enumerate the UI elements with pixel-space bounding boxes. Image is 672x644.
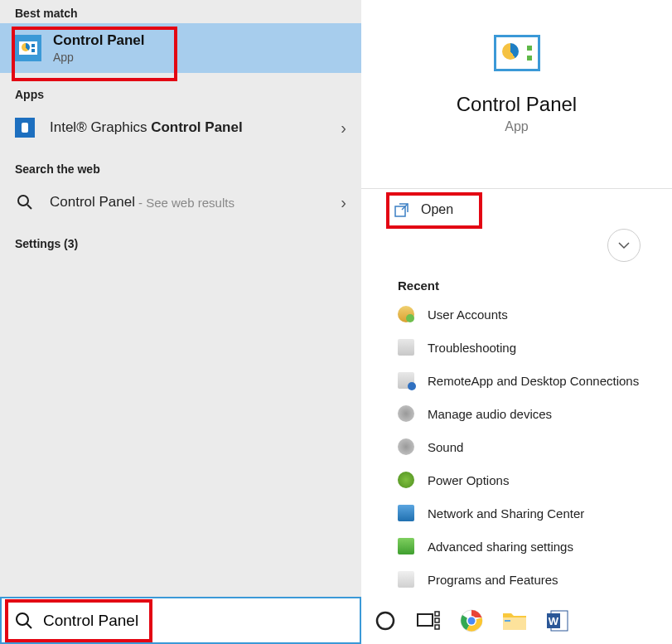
apps-result-label: Intel® Graphics Control Panel xyxy=(50,119,341,136)
search-input-container[interactable] xyxy=(0,597,361,644)
chevron-right-icon[interactable]: › xyxy=(341,119,346,138)
svg-point-12 xyxy=(468,617,476,624)
recent-user-accounts[interactable]: User Accounts xyxy=(361,298,672,331)
open-icon xyxy=(394,202,409,217)
section-best-match: Best match xyxy=(0,0,361,23)
chevron-down-icon xyxy=(616,238,631,253)
best-match-result[interactable]: Control Panel App xyxy=(0,23,361,73)
taskbar: W xyxy=(361,597,672,644)
recent-network-sharing[interactable]: Network and Sharing Center xyxy=(361,496,672,530)
cortana-icon[interactable] xyxy=(373,608,398,633)
task-view-icon[interactable] xyxy=(416,608,441,633)
hero: Control Panel App xyxy=(361,0,672,189)
web-result-query: Control Panel xyxy=(50,194,135,211)
control-panel-large-icon xyxy=(494,35,540,71)
svg-text:W: W xyxy=(549,615,559,627)
svg-rect-7 xyxy=(435,612,439,616)
recent-header: Recent xyxy=(361,264,672,298)
svg-rect-9 xyxy=(435,625,439,629)
remoteapp-icon xyxy=(398,372,414,389)
word-icon[interactable]: W xyxy=(545,608,570,633)
programs-icon xyxy=(398,571,414,588)
web-result-hint: - See web results xyxy=(138,196,234,210)
expand-button[interactable] xyxy=(607,229,641,262)
network-icon xyxy=(398,505,414,521)
hero-title: Control Panel xyxy=(457,93,577,116)
svg-point-3 xyxy=(17,613,28,625)
svg-rect-13 xyxy=(503,617,526,630)
advanced-sharing-icon xyxy=(398,538,414,554)
user-accounts-icon xyxy=(398,306,414,322)
recent-troubleshooting[interactable]: Troubleshooting xyxy=(361,331,672,364)
hero-subtitle: App xyxy=(505,119,528,134)
best-match-title: Control Panel xyxy=(53,31,145,50)
svg-line-4 xyxy=(27,623,32,628)
web-result[interactable]: Control Panel - See web results › xyxy=(0,182,361,222)
control-panel-icon xyxy=(15,35,41,61)
chrome-icon[interactable] xyxy=(459,608,484,633)
svg-point-0 xyxy=(18,196,28,206)
recent-programs-features[interactable]: Programs and Features xyxy=(361,563,672,596)
detail-pane: Control Panel App Open Recent User Accou… xyxy=(361,0,672,597)
open-action[interactable]: Open xyxy=(361,189,672,230)
section-search-web: Search the web xyxy=(0,148,361,182)
section-settings[interactable]: Settings (3) xyxy=(0,222,361,257)
file-explorer-icon[interactable] xyxy=(502,608,527,633)
svg-rect-14 xyxy=(505,620,510,622)
start-search-results: Best match Control Panel App Apps Intel®… xyxy=(0,0,361,597)
search-icon xyxy=(15,612,33,630)
audio-devices-icon xyxy=(398,405,414,422)
open-label: Open xyxy=(421,202,453,217)
best-match-text: Control Panel App xyxy=(53,31,145,65)
recent-power-options[interactable]: Power Options xyxy=(361,463,672,496)
troubleshooting-icon xyxy=(398,339,414,356)
intel-graphics-icon xyxy=(15,118,35,138)
svg-point-5 xyxy=(377,613,394,629)
power-options-icon xyxy=(398,472,414,488)
sound-icon xyxy=(398,438,414,455)
search-icon xyxy=(15,192,35,212)
apps-result-intel-graphics[interactable]: Intel® Graphics Control Panel › xyxy=(0,108,361,148)
recent-advanced-sharing[interactable]: Advanced sharing settings xyxy=(361,530,672,563)
recent-sound[interactable]: Sound xyxy=(361,430,672,463)
svg-rect-8 xyxy=(435,618,439,622)
svg-line-1 xyxy=(27,205,31,209)
svg-rect-6 xyxy=(418,614,433,626)
recent-remoteapp[interactable]: RemoteApp and Desktop Connections xyxy=(361,364,672,397)
best-match-subtitle: App xyxy=(53,50,145,65)
recent-audio-devices[interactable]: Manage audio devices xyxy=(361,397,672,430)
section-apps: Apps xyxy=(0,73,361,108)
search-input[interactable] xyxy=(43,612,325,630)
chevron-right-icon[interactable]: › xyxy=(341,193,346,212)
